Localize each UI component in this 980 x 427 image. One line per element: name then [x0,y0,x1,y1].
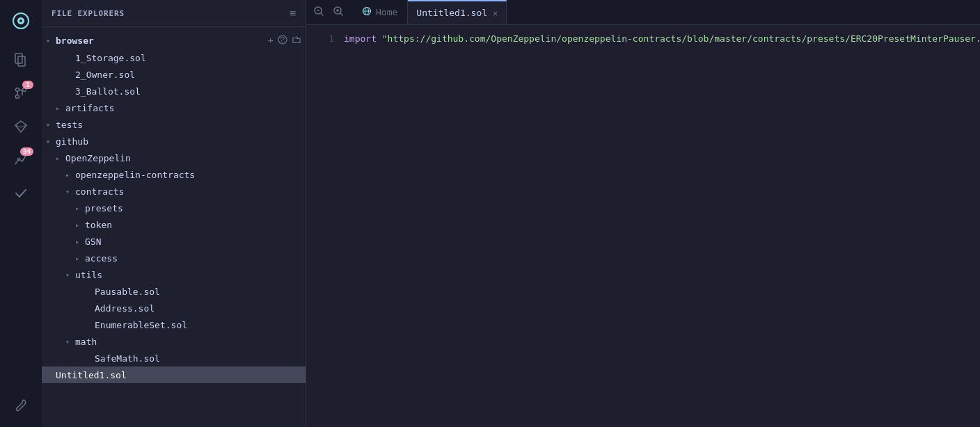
folder-arrow: ▸ [65,171,75,179]
files-icon[interactable] [6,45,36,75]
folder-label: math [75,337,301,347]
tree-item-artifacts[interactable]: ▸ artifacts [42,99,306,116]
check-icon[interactable] [6,178,36,209]
svg-rect-3 [15,54,22,63]
folder-label: artifacts [65,103,301,113]
tree-item-safemath[interactable]: SafeMath.sol [42,350,306,366]
diamond-icon[interactable] [6,111,36,142]
globe-icon [362,6,372,18]
tree-item-oz-contracts[interactable]: ▸ openzeppelin-contracts [42,166,306,183]
file-label: 1_Storage.sol [75,53,301,63]
folder-arrow: ▾ [46,138,56,145]
editor-content: 1 import "https://github.com/OpenZeppeli… [306,25,980,427]
home-tab-label: Home [376,7,397,17]
file-label: 3_Ballot.sol [75,86,301,97]
github-icon[interactable] [278,35,287,47]
line-number-1: 1 [306,32,334,46]
folder-label: openzeppelin-contracts [75,170,301,180]
folder-arrow: ▸ [75,221,85,229]
svg-point-7 [16,95,19,99]
git-icon[interactable]: 1 [6,78,36,108]
folder-label: GSN [85,236,301,247]
tree-item-access[interactable]: ▸ access [42,250,306,266]
browser-arrow: ▾ [46,37,56,45]
zoom-in-icon[interactable] [330,4,347,20]
svg-point-5 [16,88,19,92]
line-numbers: 1 [306,25,341,427]
tree-item-github[interactable]: ▾ github [42,133,306,150]
folder-arrow: ▾ [65,338,75,346]
tab-bar: Home Untitled1.sol ✕ [306,0,980,25]
active-tab-label: Untitled1.sol [416,8,487,18]
tree-item-token[interactable]: ▸ token [42,216,306,233]
svg-point-2 [19,19,22,22]
file-explorer-sidebar: FILE EXPLORERS ≡ ▾ browser + [42,0,306,427]
tree-item-enumerable-set[interactable]: EnumerableSet.sol [42,316,306,333]
menu-icon[interactable]: ≡ [290,7,296,19]
folder-arrow: ▾ [46,121,56,129]
tree-item-gsn[interactable]: ▸ GSN [42,233,306,250]
folder-arrow: ▸ [75,204,85,212]
tree-item-utils[interactable]: ▾ utils [42,266,306,283]
folder-arrow: ▾ [65,271,75,279]
chart-icon[interactable]: 94 [6,145,36,175]
zoom-controls [310,4,347,20]
folder-arrow: ▾ [65,188,75,195]
tab-untitled1[interactable]: Untitled1.sol ✕ [408,0,507,24]
folder-label: contracts [75,186,301,197]
sidebar-title: FILE EXPLORERS [52,9,125,18]
file-label: Pausable.sol [95,287,301,297]
zoom-out-icon[interactable] [310,4,327,20]
folder-arrow: ▸ [56,154,65,162]
logo-icon[interactable] [6,6,36,36]
browser-folder[interactable]: ▾ browser + [42,31,306,49]
tree-item-3-ballot[interactable]: 3_Ballot.sol [42,83,306,99]
tree-item-2-owner[interactable]: 2_Owner.sol [42,66,306,83]
folder-label: github [56,136,301,147]
tree-item-contracts[interactable]: ▾ contracts [42,183,306,200]
chart-badge: 94 [20,147,33,156]
folder-label: utils [75,270,301,280]
file-label: Address.sol [95,303,301,314]
file-label: EnumerableSet.sol [95,320,301,330]
file-label: SafeMath.sol [95,353,301,364]
folder-label: token [85,220,301,230]
file-tree: ▾ browser + [42,27,306,427]
browser-action-icons: + [268,35,301,47]
folder-arrow: ▸ [56,104,65,112]
file-label: 2_Owner.sol [75,70,301,80]
folder-label: presets [85,203,301,214]
tab-home[interactable]: Home [352,0,408,24]
sidebar-header: FILE EXPLORERS ≡ [42,0,306,27]
tree-item-untitled1[interactable]: Untitled1.sol [42,366,306,383]
tree-item-tests[interactable]: ▾ tests [42,116,306,133]
tree-item-math[interactable]: ▾ math [42,333,306,350]
import-keyword: import [344,33,377,44]
tree-item-pausable[interactable]: Pausable.sol [42,283,306,300]
wrench-icon[interactable] [6,389,36,420]
tree-item-presets[interactable]: ▸ presets [42,200,306,216]
tree-item-openzeppelin[interactable]: ▸ OpenZeppelin [42,150,306,166]
editor-area: Home Untitled1.sol ✕ 1 import "https://g… [306,0,980,427]
folder-link-icon[interactable] [292,35,301,47]
svg-rect-4 [18,56,25,66]
folder-arrow: ▸ [75,238,85,245]
activity-bar: 1 94 [0,0,42,427]
tree-item-1-storage[interactable]: 1_Storage.sol [42,49,306,66]
tree-item-address[interactable]: Address.sol [42,300,306,316]
import-string: "https://github.com/OpenZeppelin/openzep… [382,33,980,44]
sidebar-header-icons: ≡ [290,7,296,19]
folder-label: tests [56,120,301,130]
new-file-icon[interactable]: + [268,35,274,47]
folder-arrow: ▸ [75,255,85,262]
folder-label: OpenZeppelin [65,153,301,163]
file-label: Untitled1.sol [56,370,301,380]
tab-close-button[interactable]: ✕ [493,8,498,18]
folder-label: access [85,253,301,264]
code-area[interactable]: import "https://github.com/OpenZeppelin/… [341,25,980,427]
git-badge: 1 [22,81,33,89]
svg-point-10 [282,42,283,43]
browser-label: browser [56,35,94,46]
